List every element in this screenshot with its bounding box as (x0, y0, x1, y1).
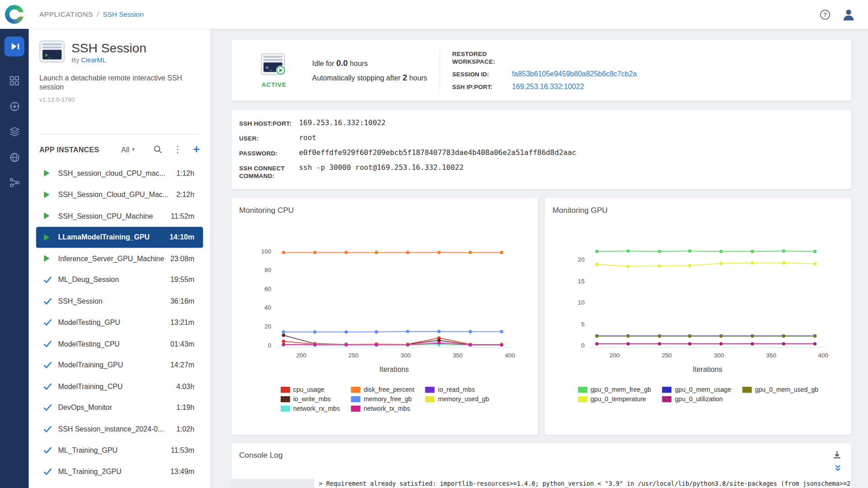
completed-status-icon (43, 319, 53, 326)
svg-text:250: 250 (662, 352, 672, 359)
idle-line: Idle for 0.0 hours (312, 56, 427, 70)
app-instance-row[interactable]: DevOps_Monitor1:19h (36, 397, 203, 418)
legend-swatch (578, 396, 587, 402)
app-instance-row[interactable]: ML_Deug_Session19:55m (36, 269, 203, 291)
cpu-chart-plot: 020406080100200250300350400Iterations (239, 238, 530, 384)
app-instance-row[interactable]: SSH_session_cloud_CPU_mac...1:12h (36, 163, 203, 184)
autostop-hours-value: 2 (403, 72, 407, 82)
running-status-icon (43, 169, 53, 177)
svg-text:60: 60 (264, 286, 271, 292)
pipelines-icon (9, 178, 19, 188)
rail-applications[interactable] (5, 37, 24, 56)
app-instance-row[interactable]: ModelTraining_CPU4:03h (36, 375, 203, 397)
chevron-down-icon: ▾ (132, 146, 135, 152)
detail-label: USER: (239, 133, 299, 142)
svg-text:250: 250 (349, 352, 359, 359)
kebab-menu-icon[interactable]: ⋮ (173, 145, 182, 154)
clearml-link[interactable]: ClearML (81, 56, 106, 64)
sidebar: >_ SSH Session By ClearML Launch a detac… (29, 29, 211, 488)
instance-runtime: 11:53m (171, 446, 194, 454)
app-instance-row[interactable]: ModelTraining_GPU14:27m (36, 354, 203, 375)
instance-runtime: 11:52m (171, 212, 194, 220)
svg-text:>_: >_ (266, 64, 272, 70)
instances-filter-dropdown[interactable]: All ▾ (121, 145, 134, 153)
idle-suffix: hours (350, 59, 368, 67)
app-instance-row[interactable]: SSH Session_instance_2024-0...1:02h (36, 418, 203, 440)
search-icon[interactable] (153, 145, 162, 154)
datasets-icon (9, 127, 19, 136)
legend-swatch (351, 396, 360, 402)
completed-status-icon (43, 383, 53, 390)
detail-value: ssh -p 30000 root@169.253.16.332.10022 (299, 163, 463, 172)
app-instance-row[interactable]: ML_Training_GPU11:53m (36, 440, 203, 461)
detail-row: USER:root (239, 133, 844, 142)
top-bar: APPLICATIONS / SSH Session ? (0, 0, 868, 29)
app-instance-row[interactable]: ML_Training_2GPU13:49m (36, 461, 203, 482)
app-instance-row[interactable]: SSH_Session_Cloud_GPU_Mac...2:12h (36, 184, 203, 205)
app-description: Launch a detachable remote interactive S… (39, 73, 200, 92)
session-status-card: >_ ACTIVE Idle for 0.0 hours Automatical… (231, 40, 851, 101)
legend-label: gpu_0_temperature (590, 396, 646, 403)
app-instance-row[interactable]: ModelTesting_GPU13:21m (36, 312, 203, 333)
autostop-prefix: Automatically stopping after (312, 74, 401, 82)
app-instance-row[interactable]: ML_Testing_GPU32:12m (36, 482, 203, 488)
svg-text:10: 10 (578, 299, 585, 306)
instance-name: ModelTesting_CPU (58, 340, 170, 348)
svg-text:0: 0 (268, 342, 271, 349)
breadcrumb-applications[interactable]: APPLICATIONS (39, 10, 93, 18)
app-header: >_ SSH Session By ClearML (39, 40, 200, 65)
legend-item: gpu_0_mem_usage (662, 386, 731, 393)
svg-text:15: 15 (578, 278, 585, 285)
app-instance-row[interactable]: ModelTesting_CPU01:43m (36, 333, 203, 354)
ssh-ip-link[interactable]: 169.253.16.332:10022 (512, 82, 584, 90)
svg-text:5: 5 (581, 321, 585, 328)
log-line: > Requirement already satisfied: importl… (319, 479, 851, 488)
instance-name: ML_Training_GPU (58, 446, 171, 454)
rail-workers[interactable] (5, 96, 24, 116)
legend-swatch (280, 386, 290, 392)
instance-name: LLamaModelTraining_GPU (58, 233, 170, 241)
rail-pipelines[interactable] (5, 173, 24, 192)
legend-label: cpu_usage (293, 386, 324, 393)
rail-projects[interactable] (5, 71, 24, 91)
instance-runtime: 1:19h (176, 404, 194, 412)
add-instance-button[interactable]: + (193, 144, 200, 155)
detail-value: root (299, 133, 316, 142)
legend-label: io_read_mbs (438, 386, 475, 393)
instance-name: ML_Training_2GPU (58, 467, 170, 475)
help-icon[interactable]: ? (820, 9, 830, 19)
legend-label: io_write_mbs (293, 396, 330, 403)
jump-to-end-icon[interactable] (834, 464, 841, 471)
app-instance-row[interactable]: LLamaModelTraining_GPU14:10m (36, 226, 203, 248)
instance-name: SSH_Session (58, 297, 170, 305)
breadcrumb-current: SSH Session (103, 10, 143, 18)
console-title: Console Log (239, 450, 833, 460)
svg-text:300: 300 (714, 352, 724, 359)
idle-hours-value: 0.0 (336, 58, 348, 68)
rail-datasets[interactable] (5, 122, 24, 141)
legend-swatch (578, 386, 587, 392)
app-instance-row[interactable]: Inference_Server_GPU_Machine23:08m (36, 248, 203, 269)
user-avatar[interactable] (841, 7, 856, 22)
session-id-link[interactable]: fa853b6105e9459b80a825b6c8c7cb2a (512, 70, 637, 78)
legend-item: gpu_0_mem_used_gb (742, 386, 818, 393)
app-instance-row[interactable]: SSH_Session36:16m (36, 291, 203, 312)
rail-hyperdatasets[interactable] (5, 147, 24, 167)
globe-icon (9, 152, 19, 162)
svg-text:350: 350 (766, 352, 776, 359)
instance-name: Inference_Server_GPU_Machine (58, 254, 170, 263)
byline-prefix: By (71, 56, 79, 64)
console-body[interactable]: > Requirement already satisfied: importl… (231, 479, 851, 488)
download-log-icon[interactable] (833, 450, 842, 460)
running-status-icon (43, 212, 53, 220)
ssh-ip-row: SSH IP:PORT: 169.253.16.332:10022 (452, 82, 637, 90)
page-title: SSH Session (71, 41, 146, 56)
main-content: >_ ACTIVE Idle for 0.0 hours Automatical… (210, 29, 868, 488)
app-instance-row[interactable]: SSH_Session_CPU_Machine11:52m (36, 205, 203, 226)
legend-label: network_tx_mbs (363, 405, 410, 412)
svg-text:100: 100 (261, 248, 271, 255)
clearml-logo[interactable] (0, 5, 29, 24)
legend-item: io_read_mbs (425, 386, 489, 393)
svg-text:200: 200 (609, 352, 619, 359)
detail-label: SSH HOST:PORT: (239, 118, 299, 127)
